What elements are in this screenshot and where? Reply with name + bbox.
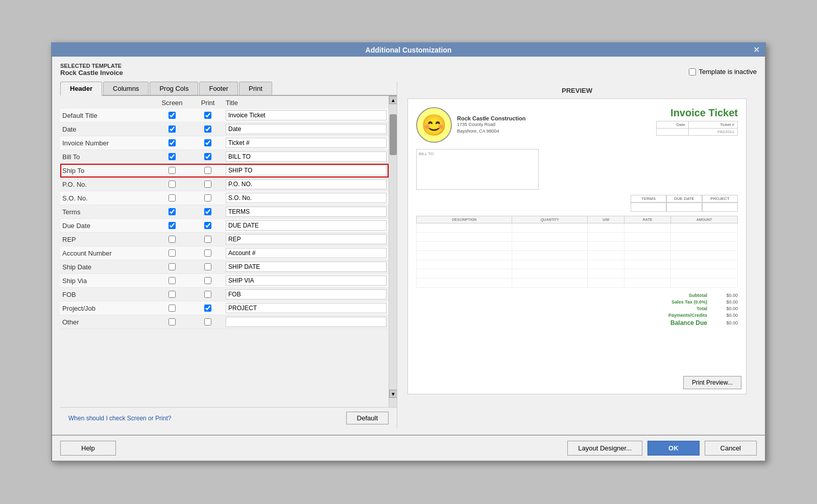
screen-invoice-number[interactable] xyxy=(169,139,176,146)
row-ship-to: Ship To xyxy=(60,164,389,178)
layout-designer-button[interactable]: Layout Designer... xyxy=(567,441,642,456)
title-account-number[interactable] xyxy=(226,248,387,258)
print-due-date[interactable] xyxy=(204,222,211,229)
total-row-sales-tax: Sales Tax (0.0%) $0.00 xyxy=(416,299,738,305)
tab-footer[interactable]: Footer xyxy=(199,82,238,95)
title-ship-to[interactable] xyxy=(226,165,387,175)
screen-other[interactable] xyxy=(169,318,176,325)
print-terms[interactable] xyxy=(204,208,211,215)
title-so-no[interactable] xyxy=(226,193,387,203)
title-rep[interactable] xyxy=(226,234,387,244)
meta-header-ticket: Ticket # xyxy=(688,121,737,129)
scroll-up-arrow[interactable]: ▲ xyxy=(389,96,397,104)
screen-ship-to[interactable] xyxy=(169,167,176,174)
title-date[interactable] xyxy=(226,124,387,134)
preview-area: 😊 Rock Castle Construction 1735 County R… xyxy=(407,98,747,394)
title-due-date[interactable] xyxy=(226,220,387,231)
row-default-title: Default Title xyxy=(60,109,389,122)
print-rep[interactable] xyxy=(204,236,211,243)
title-other[interactable] xyxy=(226,317,387,327)
totals-section: Subtotal $0.00 Sales Tax (0.0%) $0.00 To… xyxy=(416,293,738,326)
col-amount: AMOUNT xyxy=(670,216,737,223)
title-ship-via[interactable] xyxy=(226,275,387,286)
print-bill-to[interactable] xyxy=(204,153,211,160)
line-row-2 xyxy=(417,233,738,242)
print-date[interactable] xyxy=(204,125,211,133)
screen-terms[interactable] xyxy=(169,208,176,215)
print-project-job[interactable] xyxy=(204,305,211,312)
label-so-no: S.O. No. xyxy=(62,194,154,202)
print-invoice-number[interactable] xyxy=(204,139,211,146)
ok-button[interactable]: OK xyxy=(647,441,700,456)
preview-title: PREVIEW xyxy=(407,87,747,94)
title-bill-to[interactable] xyxy=(226,152,387,162)
screen-due-date[interactable] xyxy=(169,222,176,229)
cancel-button[interactable]: Cancel xyxy=(705,441,757,456)
scrollbar[interactable]: ▲ ▼ xyxy=(389,96,397,407)
print-ship-via[interactable] xyxy=(204,277,211,284)
print-account-number[interactable] xyxy=(204,249,211,257)
scroll-down-arrow[interactable]: ▼ xyxy=(389,390,397,398)
title-fob[interactable] xyxy=(226,289,387,299)
subtotal-value: $0.00 xyxy=(717,293,738,298)
title-po-no[interactable] xyxy=(226,179,387,189)
screen-ship-date[interactable] xyxy=(169,263,176,270)
print-other[interactable] xyxy=(204,318,211,325)
col-screen-header: Screen xyxy=(154,99,190,107)
title-project-job[interactable] xyxy=(226,303,387,313)
label-terms: Terms xyxy=(62,208,154,216)
screen-fob[interactable] xyxy=(169,291,176,298)
print-ship-date[interactable] xyxy=(204,263,211,270)
screen-date[interactable] xyxy=(169,125,176,133)
close-button[interactable]: ✕ xyxy=(750,43,763,57)
help-link[interactable]: When should I check Screen or Print? xyxy=(68,415,171,422)
screen-rep[interactable] xyxy=(169,236,176,243)
scroll-thumb[interactable] xyxy=(390,114,397,155)
label-due-date: Due Date xyxy=(62,222,154,230)
row-project-job: Project/Job xyxy=(60,301,389,315)
payments-label: Payments/Credits xyxy=(656,313,707,318)
tab-print[interactable]: Print xyxy=(239,82,272,95)
subtotal-label: Subtotal xyxy=(656,293,707,298)
title-ship-date[interactable] xyxy=(226,262,387,272)
footer-bar: Help Layout Designer... OK Cancel xyxy=(52,435,765,461)
tab-header[interactable]: Header xyxy=(60,82,102,96)
screen-so-no[interactable] xyxy=(169,194,176,201)
print-preview-button[interactable]: Print Preview... xyxy=(683,376,741,389)
terms-val-due-date xyxy=(666,203,702,212)
row-rep: REP xyxy=(60,233,389,246)
company-addr2: Bayshore, CA 98004 xyxy=(457,128,525,135)
balance-label: Balance Due xyxy=(656,319,707,326)
title-invoice-number[interactable] xyxy=(226,138,387,148)
terms-row: TERMS DUE DATE PROJECT xyxy=(416,195,738,203)
meta-header-date: Date xyxy=(657,121,689,129)
screen-bill-to[interactable] xyxy=(169,153,176,160)
title-default-title[interactable] xyxy=(226,110,387,120)
template-inactive-checkbox[interactable] xyxy=(689,68,696,75)
print-fob[interactable] xyxy=(204,291,211,298)
screen-po-no[interactable] xyxy=(169,181,176,188)
screen-ship-via[interactable] xyxy=(169,277,176,284)
table-header: Screen Print Title xyxy=(60,96,389,109)
print-so-no[interactable] xyxy=(204,194,211,201)
bill-to-label: BILL TO xyxy=(419,152,536,156)
tab-columns[interactable]: Columns xyxy=(103,82,149,95)
screen-project-job[interactable] xyxy=(169,305,176,312)
screen-account-number[interactable] xyxy=(169,249,176,257)
screen-default-title[interactable] xyxy=(169,112,176,119)
line-row-1 xyxy=(417,223,738,233)
terms-cell-due-date: DUE DATE xyxy=(666,195,702,203)
row-so-no: S.O. No. xyxy=(60,191,389,205)
tab-prog-cols[interactable]: Prog Cols xyxy=(150,82,198,95)
help-button[interactable]: Help xyxy=(60,441,116,456)
title-terms[interactable] xyxy=(226,207,387,217)
sales-tax-label: Sales Tax (0.0%) xyxy=(656,299,707,305)
company-logo: 😊 xyxy=(416,107,452,143)
bill-to-box: BILL TO xyxy=(416,149,539,190)
payments-value: $0.00 xyxy=(717,313,738,318)
print-ship-to[interactable] xyxy=(204,167,211,174)
default-button[interactable]: Default xyxy=(346,412,389,424)
print-po-no[interactable] xyxy=(204,181,211,188)
print-default-title[interactable] xyxy=(204,112,211,119)
row-other: Other xyxy=(60,315,389,329)
